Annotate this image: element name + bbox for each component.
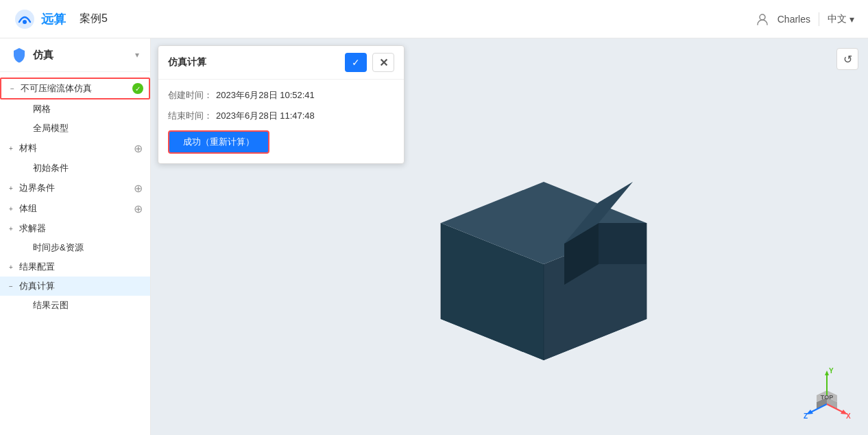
content-area: ↺ 仿真计算 ✓ ✕ 创建时间： 2023年6月28日 10:52:41 结束时… xyxy=(151,38,868,435)
tree-expand-root[interactable]: − xyxy=(7,83,18,94)
tree-expand-solver[interactable]: + xyxy=(5,223,16,234)
sidebar-item-sim-calc[interactable]: − 仿真计算 xyxy=(0,277,150,296)
app-header: 远算 案例5 Charles 中文 ▾ xyxy=(0,0,868,38)
tree-add-boundary[interactable]: ⊕ xyxy=(131,181,145,195)
header-right: Charles 中文 ▾ xyxy=(756,12,854,26)
sidebar-item-root[interactable]: − 不可压缩流体仿真 xyxy=(0,78,150,99)
sidebar-item-global-model[interactable]: 全局模型 xyxy=(0,119,150,138)
logo-text: 远算 xyxy=(41,11,66,27)
svg-point-2 xyxy=(760,14,765,20)
popup-create-time-row: 创建时间： 2023年6月28日 10:52:41 xyxy=(168,89,394,102)
popup-end-time-value: 2023年6月28日 11:47:48 xyxy=(216,110,315,122)
svg-point-0 xyxy=(15,10,34,29)
popup-create-time-value: 2023年6月28日 10:52:41 xyxy=(216,89,315,102)
sidebar-item-timestep[interactable]: 时间步&资源 xyxy=(0,238,150,257)
popup-end-time-row: 结束时间： 2023年6月28日 11:47:48 xyxy=(168,110,394,122)
user-icon xyxy=(756,12,769,26)
tree-expand-init xyxy=(19,163,30,174)
sidebar-header: 仿真 ▾ xyxy=(0,38,150,72)
tree-label-global: 全局模型 xyxy=(33,122,145,134)
sidebar-item-init-cond[interactable]: 初始条件 xyxy=(0,158,150,178)
tree-label-mesh: 网格 xyxy=(33,103,145,115)
tree-add-material[interactable]: ⊕ xyxy=(131,141,145,155)
svg-marker-7 xyxy=(599,223,647,264)
popup-body: 创建时间： 2023年6月28日 10:52:41 结束时间： 2023年6月2… xyxy=(158,80,404,163)
sidebar-item-result-cloud[interactable]: 结果云图 xyxy=(0,296,150,315)
sidebar-arrow-icon[interactable]: ▾ xyxy=(135,50,139,60)
header-divider xyxy=(819,12,819,26)
main-layout: 仿真 ▾ − 不可压缩流体仿真 网格 全局模型 + 材 xyxy=(0,38,868,435)
x-axis-label: X xyxy=(846,412,851,420)
sidebar-title: 仿真 xyxy=(33,49,130,62)
tree-label-init: 初始条件 xyxy=(33,162,145,174)
popup-create-time-label: 创建时间： xyxy=(168,89,216,102)
tree-label-result-cloud: 结果云图 xyxy=(33,299,145,311)
tree-label-boundary: 边界条件 xyxy=(19,182,131,194)
tree-expand-result-config[interactable]: + xyxy=(5,261,16,272)
tree-add-body[interactable]: ⊕ xyxy=(131,202,145,215)
z-axis-label: Z xyxy=(804,412,808,420)
lang-arrow-icon: ▾ xyxy=(849,14,854,25)
popup-close-icon: ✕ xyxy=(379,56,388,69)
axis-indicator: TOP Y Z X xyxy=(799,366,854,421)
3d-model-svg xyxy=(386,127,701,388)
sidebar-item-body-group[interactable]: + 体组 ⊕ xyxy=(0,198,150,219)
tree-expand-global xyxy=(19,123,30,134)
page-title: 案例5 xyxy=(80,12,108,26)
tree-expand-timestep xyxy=(19,242,30,253)
tree-label-material: 材料 xyxy=(19,142,131,154)
sidebar-item-material[interactable]: + 材料 ⊕ xyxy=(0,138,150,158)
tree-label-result-config: 结果配置 xyxy=(19,261,145,273)
sidebar: 仿真 ▾ − 不可压缩流体仿真 网格 全局模型 + 材 xyxy=(0,38,151,435)
tree-label-sim-calc: 仿真计算 xyxy=(19,280,145,292)
popup-confirm-button[interactable]: ✓ xyxy=(345,53,367,72)
sidebar-tree: − 不可压缩流体仿真 网格 全局模型 + 材料 ⊕ xyxy=(0,72,150,320)
logo-icon xyxy=(14,8,36,30)
popup-close-button[interactable]: ✕ xyxy=(372,53,394,72)
popup-end-time-label: 结束时间： xyxy=(168,110,216,122)
popup-confirm-icon: ✓ xyxy=(352,57,360,68)
y-axis-label: Y xyxy=(829,367,834,375)
axis-svg: TOP Y Z X xyxy=(799,366,854,421)
lang-text: 中文 xyxy=(828,13,847,25)
tree-expand-material[interactable]: + xyxy=(5,143,16,154)
tree-expand-body[interactable]: + xyxy=(5,203,16,214)
popup-action-row: 成功（重新计算） xyxy=(168,130,394,154)
popup-title: 仿真计算 xyxy=(168,56,339,69)
sidebar-item-boundary[interactable]: + 边界条件 ⊕ xyxy=(0,178,150,198)
sidebar-item-result-config[interactable]: + 结果配置 xyxy=(0,257,150,277)
popup-panel: 仿真计算 ✓ ✕ 创建时间： 2023年6月28日 10:52:41 结束时间：… xyxy=(158,45,405,164)
svg-point-1 xyxy=(23,20,27,24)
tree-label-body: 体组 xyxy=(19,202,131,215)
sidebar-item-solver[interactable]: + 求解器 xyxy=(0,219,150,238)
tree-expand-boundary[interactable]: + xyxy=(5,183,16,193)
lang-selector[interactable]: 中文 ▾ xyxy=(828,13,854,25)
recalc-button[interactable]: 成功（重新计算） xyxy=(168,130,269,154)
tree-label-timestep: 时间步&资源 xyxy=(33,242,145,254)
tree-label-root: 不可压缩流体仿真 xyxy=(21,82,132,95)
logo: 远算 xyxy=(14,8,66,30)
tree-expand-mesh xyxy=(19,104,30,115)
user-name: Charles xyxy=(777,14,810,25)
tree-expand-sim-calc[interactable]: − xyxy=(5,281,16,292)
sidebar-item-mesh[interactable]: 网格 xyxy=(0,99,150,119)
sim-icon xyxy=(11,47,27,63)
popup-header: 仿真计算 ✓ ✕ xyxy=(158,46,404,80)
tree-label-solver: 求解器 xyxy=(19,222,145,235)
tree-expand-result-cloud xyxy=(19,300,30,311)
tree-status-root xyxy=(132,83,143,94)
